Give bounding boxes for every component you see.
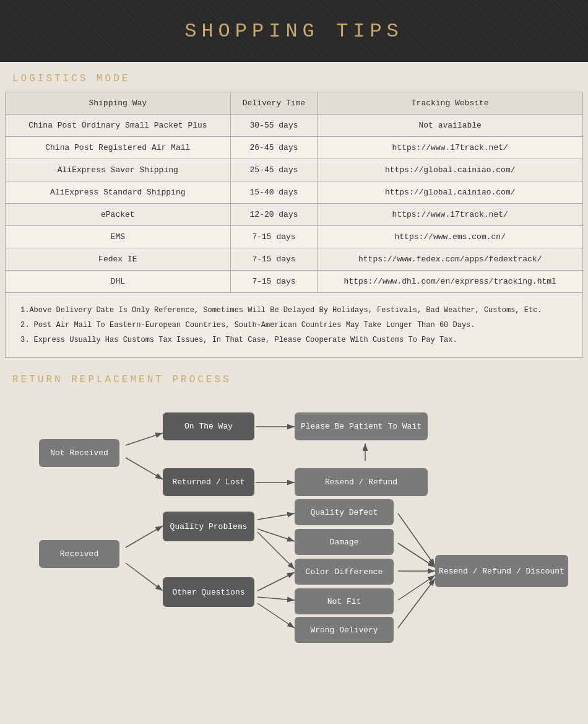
svg-line-19 xyxy=(398,578,435,628)
node-resend-refund-discount: Resend / Refund / Discount xyxy=(435,555,568,587)
table-row: China Post Registered Air Mail26-45 days… xyxy=(6,137,583,159)
node-please-wait: Please Be Patient To Wait xyxy=(295,412,428,440)
table-cell-3-2: https://global.cainiao.com/ xyxy=(318,181,583,204)
node-received: Received xyxy=(39,540,119,568)
node-not-fit: Not Fit xyxy=(295,588,394,614)
table-cell-5-2: https://www.ems.com.cn/ xyxy=(318,226,583,248)
flow-arrows xyxy=(5,399,583,659)
table-cell-7-0: DHL xyxy=(6,271,231,293)
svg-line-15 xyxy=(398,513,435,566)
table-cell-4-1: 12-20 days xyxy=(230,204,318,226)
table-row: AliExpress Standard Shipping15-40 daysht… xyxy=(6,181,583,204)
logistics-section: LOGISTICS MODE Shipping Way Delivery Tim… xyxy=(0,62,588,363)
svg-line-14 xyxy=(257,603,295,628)
svg-line-8 xyxy=(126,563,163,591)
flow-diagram: Not Received On The Way Returned / Lost … xyxy=(5,399,583,659)
table-cell-1-0: China Post Registered Air Mail xyxy=(6,137,231,159)
svg-line-2 xyxy=(126,433,163,445)
node-on-the-way: On The Way xyxy=(163,412,254,440)
logistics-notes: 1.Above Delivery Date Is Only Reference,… xyxy=(5,293,583,358)
node-resend-refund: Resend / Refund xyxy=(295,468,428,496)
return-section-title: RETURN REPLACEMENT PROCESS xyxy=(5,363,583,393)
svg-line-13 xyxy=(257,597,295,600)
svg-line-10 xyxy=(257,529,295,541)
node-other-questions: Other Questions xyxy=(163,577,254,607)
col-header-shipping: Shipping Way xyxy=(6,92,231,115)
logistics-section-title: LOGISTICS MODE xyxy=(5,62,583,92)
svg-line-3 xyxy=(126,458,163,479)
svg-line-12 xyxy=(257,572,295,591)
table-cell-3-1: 15-40 days xyxy=(230,181,318,204)
node-returned-lost: Returned / Lost xyxy=(163,468,254,496)
table-cell-6-2: https://www.fedex.com/apps/fedextrack/ xyxy=(318,248,583,271)
table-cell-6-1: 7-15 days xyxy=(230,248,318,271)
note-3: 3. Express Usually Has Customs Tax Issue… xyxy=(20,333,568,347)
table-cell-5-0: EMS xyxy=(6,226,231,248)
page-header: SHOPPING TIPS xyxy=(0,0,588,62)
table-cell-4-0: ePacket xyxy=(6,204,231,226)
svg-line-9 xyxy=(257,513,295,520)
svg-line-16 xyxy=(398,543,435,567)
table-cell-7-1: 7-15 days xyxy=(230,271,318,293)
table-cell-5-1: 7-15 days xyxy=(230,226,318,248)
table-row: DHL7-15 dayshttps://www.dhl.com/en/expre… xyxy=(6,271,583,293)
table-cell-0-2: Not available xyxy=(318,115,583,137)
table-row: Fedex IE7-15 dayshttps://www.fedex.com/a… xyxy=(6,248,583,271)
table-cell-6-0: Fedex IE xyxy=(6,248,231,271)
table-cell-3-0: AliExpress Standard Shipping xyxy=(6,181,231,204)
node-damage: Damage xyxy=(295,529,394,555)
svg-line-11 xyxy=(257,532,295,569)
note-2: 2. Post Air Mail To Eastern-European Cou… xyxy=(20,318,568,333)
table-row: China Post Ordinary Small Packet Plus30-… xyxy=(6,115,583,137)
node-wrong-delivery: Wrong Delivery xyxy=(295,617,394,643)
node-quality-problems: Quality Problems xyxy=(163,512,254,541)
table-row: ePacket12-20 dayshttps://www.17track.net… xyxy=(6,204,583,226)
col-header-tracking: Tracking Website xyxy=(318,92,583,115)
col-header-delivery: Delivery Time xyxy=(230,92,318,115)
table-cell-7-2: https://www.dhl.com/en/express/tracking.… xyxy=(318,271,583,293)
table-cell-0-1: 30-55 days xyxy=(230,115,318,137)
table-cell-1-2: https://www.17track.net/ xyxy=(318,137,583,159)
return-section: RETURN REPLACEMENT PROCESS xyxy=(0,363,588,671)
svg-line-7 xyxy=(126,526,163,547)
logistics-table: Shipping Way Delivery Time Tracking Webs… xyxy=(5,92,583,293)
node-quality-defect: Quality Defect xyxy=(295,499,394,525)
node-not-received: Not Received xyxy=(39,439,119,467)
node-color-difference: Color Difference xyxy=(295,559,394,585)
note-1: 1.Above Delivery Date Is Only Reference,… xyxy=(20,303,568,318)
table-cell-4-2: https://www.17track.net/ xyxy=(318,204,583,226)
table-cell-2-2: https://global.cainiao.com/ xyxy=(318,159,583,181)
table-cell-2-0: AliExpress Saver Shipping xyxy=(6,159,231,181)
table-cell-0-0: China Post Ordinary Small Packet Plus xyxy=(6,115,231,137)
table-row: AliExpress Saver Shipping25-45 dayshttps… xyxy=(6,159,583,181)
page-title: SHOPPING TIPS xyxy=(184,20,404,43)
table-cell-2-1: 25-45 days xyxy=(230,159,318,181)
table-row: EMS7-15 dayshttps://www.ems.com.cn/ xyxy=(6,226,583,248)
table-cell-1-1: 26-45 days xyxy=(230,137,318,159)
svg-line-18 xyxy=(398,575,435,600)
